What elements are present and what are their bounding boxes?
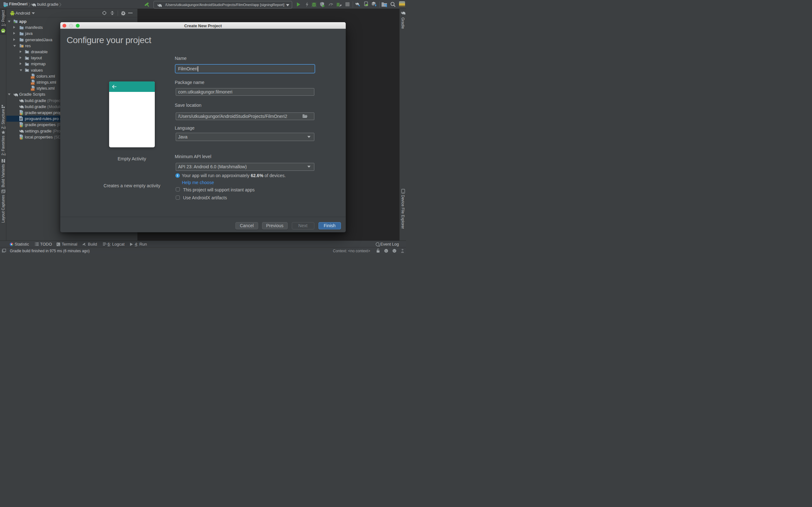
svg-text:<>: <> xyxy=(32,77,34,79)
svg-text:<>: <> xyxy=(32,83,34,85)
svg-text:<>: <> xyxy=(32,89,34,91)
